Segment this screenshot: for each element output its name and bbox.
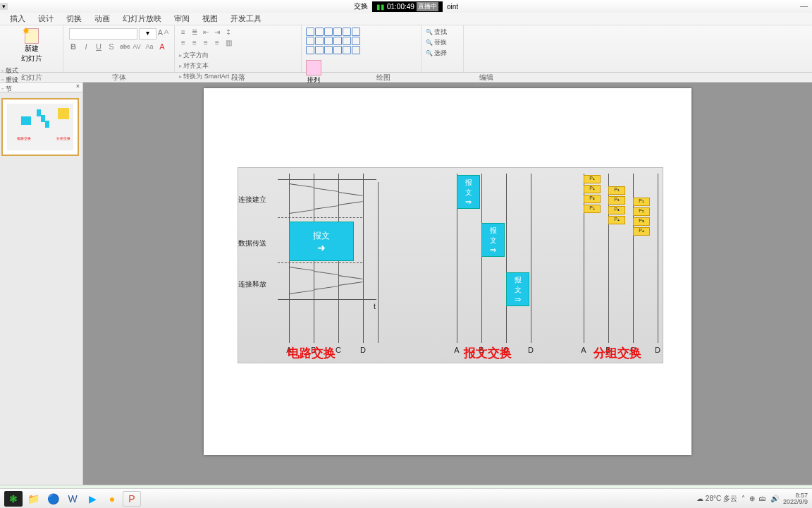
numbering-button[interactable]: ≣ [190,28,199,36]
msg-box-2: 报 文⇒ [481,223,505,257]
message-switching-panel: A B C D 报 文⇒ 报 文⇒ 报 文⇒ [443,168,541,343]
shrink-font-button[interactable]: A [164,28,168,40]
weather-widget[interactable]: ☁ 28°C 多云 [696,494,737,504]
node-d-m: D [528,346,534,354]
bold-button[interactable]: B [69,42,78,51]
slide-canvas[interactable]: A B C D 连接建立 数据传送 连接释放 报文 [204,88,691,455]
strike-button[interactable]: abc [120,43,128,50]
font-size-select[interactable]: ▾ [139,28,156,40]
shape-gallery[interactable] [306,28,360,54]
packet-p4-c: P₄ [633,227,650,236]
media-icon[interactable]: ▶ [83,491,102,507]
node-c: C [336,346,341,354]
tray-network-icon[interactable]: ⊕ [749,495,755,502]
align-center-button[interactable]: ≡ [190,39,199,47]
justify-button[interactable]: ≡ [213,39,221,47]
bullets-button[interactable]: ≡ [179,28,187,36]
layout-button[interactable]: 版式 [1,66,61,75]
explorer-icon[interactable]: 📁 [24,491,42,507]
workspace: × 电路交换 分组交换 [0,83,812,485]
grow-font-button[interactable]: A [158,28,163,40]
menu-transition[interactable]: 切换 [66,13,82,24]
clock-date: 2022/9/9 [783,499,808,505]
arrange-button[interactable]: 排列 [306,60,321,85]
linespace-button[interactable]: ‡ [224,28,233,36]
packet-p2-b: P₂ [608,196,625,205]
slide-thumbnail-1[interactable]: 电路交换 分组交换 [1,98,79,156]
group-label-edit: 编辑 [465,73,508,82]
align-text-button[interactable]: 对齐文本 [179,61,297,71]
arrow-icon: ➜ [317,242,326,253]
caption-message: 报文交换 [464,345,512,361]
quick-access-dropdown[interactable]: ▾ [0,3,8,10]
diagram-image[interactable]: A B C D 连接建立 数据传送 连接释放 报文 [238,167,663,363]
font-color-button[interactable]: A [158,42,166,51]
arrange-icon [306,60,321,75]
select-button[interactable]: 选择 [426,49,459,58]
smartart-button[interactable]: 转换为 SmartArt [179,72,297,81]
packet-p1-c: P₁ [633,198,650,206]
packet-p3-b: P₃ [608,206,625,214]
live-tag: 直播中 [417,2,438,11]
node-a-m: A [454,346,459,354]
find-button[interactable]: 查找 [426,28,459,37]
taskbar: ❃ 📁 🔵 W ▶ ● P ☁ 28°C 多云 ˄ ⊕ 🖮 🔊 8:57 202… [0,488,812,508]
menu-animation[interactable]: 动画 [94,13,110,24]
packet-p4-b: P₄ [608,216,625,224]
chrome-icon[interactable]: 🔵 [44,491,62,507]
new-slide-button[interactable]: 新建 幻灯片 [1,27,61,64]
indent-button[interactable]: ⇥ [213,28,221,36]
thumbnail-preview: 电路交换 分组交换 [7,104,73,150]
spacing-button[interactable]: AV [133,43,141,50]
reset-button[interactable]: 重设 [1,75,61,85]
caption-circuit: 电路交换 [288,345,336,361]
group-label-font: 字体 [63,73,175,82]
menu-slideshow[interactable]: 幻灯片放映 [123,13,161,24]
shadow-button[interactable]: S [107,42,116,51]
menu-review[interactable]: 审阅 [174,13,190,24]
message-box-circuit: 报文 ➜ [289,222,354,261]
app-icon[interactable]: ● [103,491,121,507]
packet-p1-a: P₁ [584,175,601,183]
slide-editor[interactable]: A B C D 连接建立 数据传送 连接释放 报文 [83,83,812,485]
ribbon-group-draw: 排列 快速样式 形状填充 形状轮廓 形状效果 [302,25,422,72]
minimize-button[interactable]: — [800,1,808,10]
columns-button[interactable]: ▥ [224,39,233,47]
menu-insert[interactable]: 插入 [10,13,25,24]
powerpoint-icon[interactable]: P [123,491,141,507]
live-indicator: ▮▮ 01:00:49 直播中 [372,1,443,12]
case-button[interactable]: Aa [145,43,154,50]
title-prefix: 交换 [354,1,368,11]
menu-design[interactable]: 设计 [38,13,54,24]
thumbnail-panel: × 电路交换 分组交换 [0,83,83,485]
circuit-switching-panel: A B C D 连接建立 数据传送 连接释放 报文 [247,168,388,343]
msg-box-3: 报 文⇒ [506,272,529,306]
tray-arrow-icon[interactable]: ˄ [742,495,745,502]
section-button[interactable]: 节 [1,85,61,94]
menu-view[interactable]: 视图 [202,13,218,24]
word-icon[interactable]: W [63,491,82,507]
underline-button[interactable]: U [94,42,103,51]
italic-button[interactable]: I [82,42,90,51]
caption-packet: 分组交换 [593,345,641,361]
obs-icon[interactable]: ❃ [4,491,23,507]
msg-box-1: 报 文⇒ [457,175,480,209]
align-right-button[interactable]: ≡ [202,39,210,47]
node-d: D [360,346,366,354]
tray-volume-icon[interactable]: 🔊 [770,495,779,502]
align-left-button[interactable]: ≡ [179,39,187,47]
tray-ime-icon[interactable]: 🖮 [759,495,766,502]
replace-button[interactable]: 替换 [426,38,459,47]
ribbon-group-slide: 新建 幻灯片 版式 重设 节 [0,25,63,72]
arrange-label: 排列 [307,75,320,85]
font-family-select[interactable] [69,28,137,40]
packet-p4-a: P₄ [584,205,601,213]
outdent-button[interactable]: ⇤ [202,28,210,36]
text-direction-button[interactable]: 文字方向 [179,51,297,60]
menu-devtools[interactable]: 开发工具 [230,13,262,24]
signal-icon: ▮▮ [376,3,385,11]
setup-label: 连接建立 [238,195,266,205]
ribbon: 新建 幻灯片 版式 重设 节 ▾ A A B I U S abc AV Aa A… [0,25,812,73]
clock[interactable]: 8:57 2022/9/9 [783,492,808,505]
packet-p2-a: P₂ [584,185,601,193]
